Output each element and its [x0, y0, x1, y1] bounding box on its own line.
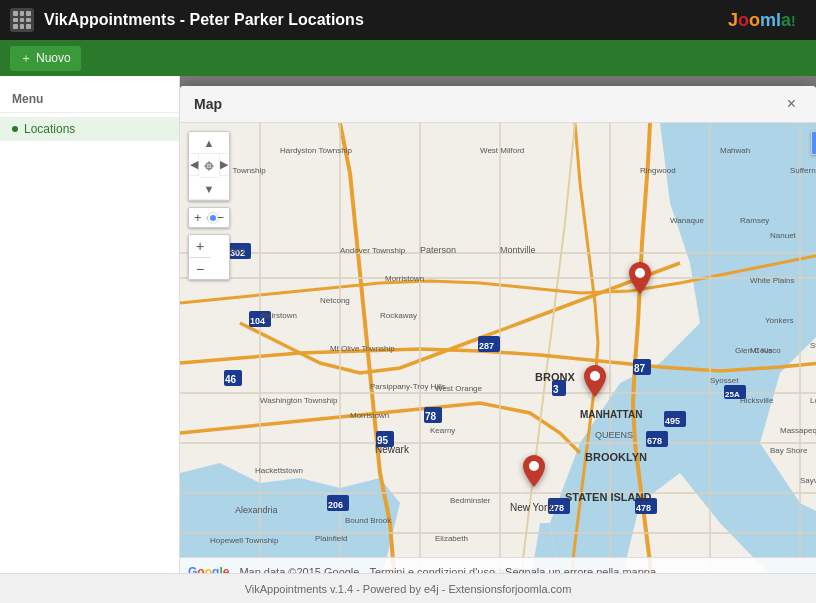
plus-small-icon: +	[194, 210, 202, 225]
svg-text:Morristown: Morristown	[350, 411, 389, 420]
zoom-level-bar: + −	[188, 207, 230, 228]
svg-text:Bound Brook: Bound Brook	[345, 516, 392, 525]
toolbar: ＋ Nuovo	[0, 40, 816, 76]
location-pin-icon	[584, 365, 606, 397]
svg-text:Yonkers: Yonkers	[765, 316, 794, 325]
svg-text:West Orange: West Orange	[435, 384, 483, 393]
map-pin-2	[584, 365, 606, 401]
map-modal: Map ×	[180, 86, 816, 573]
svg-point-90	[635, 268, 645, 278]
svg-text:Blairstown: Blairstown	[260, 311, 297, 320]
pan-left-button[interactable]: ◀	[189, 154, 199, 176]
svg-text:Mahwah: Mahwah	[720, 146, 750, 155]
modal-close-button[interactable]: ×	[781, 94, 802, 114]
joomla-logo: Joomla!	[726, 6, 806, 34]
svg-text:Bay Shore: Bay Shore	[770, 446, 808, 455]
svg-text:Newark: Newark	[375, 444, 410, 455]
svg-text:Joomla!: Joomla!	[728, 10, 796, 30]
sidebar-section-menu: Menu	[0, 86, 179, 113]
svg-point-91	[590, 371, 600, 381]
svg-text:Morristown: Morristown	[385, 274, 424, 283]
svg-text:Washington Township: Washington Township	[260, 396, 338, 405]
modal-backdrop: Map ×	[180, 76, 816, 573]
location-pin-icon	[629, 262, 651, 294]
svg-text:QUEENS: QUEENS	[595, 430, 633, 440]
modal-title: Map	[194, 96, 222, 112]
svg-text:Nanuet: Nanuet	[770, 231, 797, 240]
top-bar: VikAppointments - Peter Parker Locations…	[0, 0, 816, 40]
svg-text:Syosset: Syosset	[710, 376, 739, 385]
svg-text:78: 78	[425, 411, 437, 422]
content-area: Menu Locations 📍 Locations # Location	[0, 76, 816, 573]
footer-text: VikAppointments v.1.4 - Powered by e4j -…	[245, 583, 572, 595]
svg-text:Hardyston Township: Hardyston Township	[280, 146, 352, 155]
svg-text:678: 678	[647, 436, 662, 446]
svg-text:87: 87	[634, 363, 646, 374]
app-icon	[10, 8, 34, 32]
svg-text:New York: New York	[510, 502, 553, 513]
svg-text:BROOKLYN: BROOKLYN	[585, 451, 647, 463]
zoom-out-button[interactable]: −	[189, 257, 211, 279]
svg-text:Hackettstown: Hackettstown	[255, 466, 303, 475]
location-pin-icon	[523, 455, 545, 487]
svg-text:287: 287	[479, 341, 494, 351]
svg-text:Ramsey: Ramsey	[740, 216, 769, 225]
svg-text:Hopewell Township: Hopewell Township	[210, 536, 279, 545]
sidebar-dot-icon	[12, 126, 18, 132]
svg-text:3: 3	[553, 384, 559, 395]
map-error-link[interactable]: Segnala un errore nella mappa	[505, 566, 656, 574]
svg-text:Long Island: Long Island	[810, 396, 816, 405]
svg-text:Netcong: Netcong	[320, 296, 350, 305]
map-navigation-control: ▲ ◀	[188, 131, 230, 201]
svg-text:STATEN ISLAND: STATEN ISLAND	[565, 491, 651, 503]
new-button[interactable]: ＋ Nuovo	[10, 46, 81, 71]
map-pin-3	[523, 455, 545, 491]
svg-text:MANHATTAN: MANHATTAN	[580, 409, 642, 420]
map-svg: 95 287 78 46 87	[180, 123, 816, 573]
main-content: 📍 Locations # Location Address City Stat…	[180, 76, 816, 573]
svg-text:Mt Olive Township: Mt Olive Township	[330, 344, 395, 353]
svg-text:BRONX: BRONX	[535, 371, 575, 383]
plus-icon: ＋	[20, 50, 32, 67]
pan-up-button[interactable]: ▲	[189, 132, 229, 154]
sidebar-item-locations[interactable]: Locations	[0, 117, 179, 141]
svg-text:Sayville: Sayville	[800, 476, 816, 485]
svg-text:495: 495	[665, 416, 680, 426]
svg-text:Suffern: Suffern	[790, 166, 816, 175]
sidebar: Menu Locations	[0, 76, 180, 573]
svg-text:46: 46	[225, 374, 237, 385]
zoom-in-button[interactable]: +	[189, 235, 211, 257]
svg-text:25A: 25A	[725, 390, 740, 399]
svg-text:Bedminster: Bedminster	[450, 496, 491, 505]
svg-text:Elizabeth: Elizabeth	[435, 534, 468, 543]
map-type-mappa-button[interactable]: Mappa	[812, 132, 816, 154]
pan-right-button[interactable]: ▶	[219, 154, 229, 176]
joomla-logo-icon: Joomla!	[726, 6, 806, 34]
svg-text:Kearny: Kearny	[430, 426, 455, 435]
pan-down-button[interactable]: ▼	[189, 178, 229, 200]
svg-text:Ringwood: Ringwood	[640, 166, 676, 175]
footer: VikAppointments v.1.4 - Powered by e4j -…	[0, 573, 816, 603]
svg-text:White Plains: White Plains	[750, 276, 794, 285]
google-logo: Google	[188, 565, 229, 574]
crosshair-icon	[204, 161, 214, 171]
map-background: 95 287 78 46 87	[180, 123, 816, 573]
map-terms-link[interactable]: Termini e condizioni d'uso	[369, 566, 495, 574]
svg-text:Paterson: Paterson	[420, 245, 456, 255]
app-title: VikAppointments - Peter Parker Locations	[44, 11, 716, 29]
svg-text:Rockaway: Rockaway	[380, 311, 417, 320]
zoom-slider-thumb[interactable]	[208, 213, 218, 223]
pan-center-button[interactable]	[199, 154, 218, 178]
modal-header: Map ×	[180, 86, 816, 123]
svg-text:Glen Cove: Glen Cove	[735, 346, 773, 355]
svg-text:West Milford: West Milford	[480, 146, 524, 155]
map-attribution-text: Map data ©2015 Google	[239, 566, 359, 574]
svg-text:478: 478	[636, 503, 651, 513]
zoom-control: + −	[188, 234, 230, 280]
map-attribution-bar: Google Map data ©2015 Google Termini e c…	[180, 557, 816, 573]
svg-text:206: 206	[328, 500, 343, 510]
map-type-selector: Mappa Satellite	[811, 131, 816, 155]
map-container: 95 287 78 46 87	[180, 123, 816, 573]
svg-text:Alexandria: Alexandria	[235, 505, 278, 515]
svg-text:Wanaque: Wanaque	[670, 216, 705, 225]
